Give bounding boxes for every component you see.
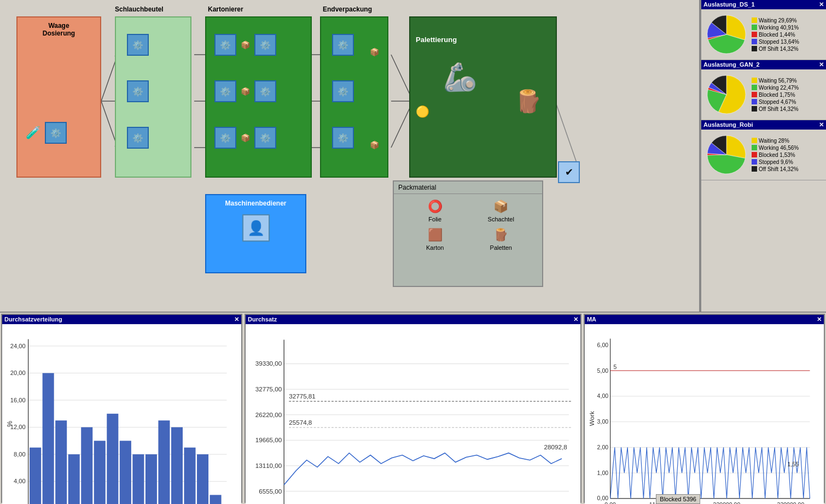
gan2-close-icon[interactable]: ✕ xyxy=(819,61,824,68)
robi-pie-svg xyxy=(705,133,748,177)
svg-text:24,00: 24,00 xyxy=(10,343,26,349)
kartonierer-area: ⚙️ 📦 ⚙️ ⚙️ 📦 ⚙️ ⚙️ 📦 ⚙️ xyxy=(205,16,312,178)
robi-legend-working: Working 46,56% xyxy=(752,145,799,151)
svg-rect-39 xyxy=(146,454,157,504)
svg-text:220000,00: 220000,00 xyxy=(713,501,741,504)
folie-label: Folie xyxy=(428,216,441,222)
durchsatz-body: 0,00 6555,00 13110,00 19665,00 26220,00 … xyxy=(246,324,580,504)
ds1-legend-stopped: Stopped 13,64% xyxy=(752,39,799,45)
robi-legend-offshift: Off Shift 14,32% xyxy=(752,166,799,172)
durchsatz-close-icon[interactable]: ✕ xyxy=(573,316,578,323)
durchsatzverteilung-body: % 0,00 4,00 8,00 12,00 16,00 20,00 24,00 xyxy=(2,324,241,504)
robot-arm-icon: 🦾 xyxy=(443,61,477,93)
durchsatzverteilung-titlebar: Durchsatzverteilung ✕ xyxy=(2,315,241,324)
ma-svg: Work 0,00 1,00 2,00 3,00 4,00 5,00 6,00 xyxy=(589,329,819,504)
kart-machine-2b: ⚙️ xyxy=(254,80,276,102)
end-machine-3: ⚙️ xyxy=(332,127,354,149)
svg-text:19665,00: 19665,00 xyxy=(255,436,282,443)
durchsatzverteilung-title: Durchsatzverteilung xyxy=(4,316,62,323)
durchsatzverteilung-svg: % 0,00 4,00 8,00 12,00 16,00 20,00 24,00 xyxy=(7,329,237,504)
auslastung-robi-panel: Auslastung_Robi ✕ Waiting 28% Working 46… xyxy=(701,120,826,180)
svg-text:28092,8: 28092,8 xyxy=(544,443,567,450)
waage-title: Waage Dosierung xyxy=(18,17,100,42)
durchsatz-title: Durchsatz xyxy=(248,316,277,323)
ma-body: Work 0,00 1,00 2,00 3,00 4,00 5,00 6,00 xyxy=(585,324,824,504)
right-panel: Auslastung_DS_1 ✕ Waiting 29,69% Working… xyxy=(700,0,826,312)
packmaterial-box: Packmaterial ⭕ Folie 📦 Schachtel 🟫 Karto… xyxy=(393,180,543,287)
durchsatz-window: Durchsatz ✕ 0,00 6555,00 13110,00 19665,… xyxy=(245,314,581,503)
bottom-charts-area: Durchsatzverteilung ✕ % 0,00 4,00 8,00 1… xyxy=(0,312,826,504)
paletten-label: Paletten xyxy=(490,244,512,251)
svg-rect-44 xyxy=(210,495,222,504)
blocked-badge: Blocked 5396 xyxy=(656,494,700,504)
kart-machine-3b: ⚙️ xyxy=(254,127,276,149)
kart-box-icon-3: 📦 xyxy=(241,133,250,142)
operator-icon: 👤 xyxy=(242,214,270,242)
ds1-legend-offshift: Off Shift 14,32% xyxy=(752,46,799,52)
svg-rect-35 xyxy=(94,441,106,504)
waage-dosierung-box: Waage Dosierung 🧪 ⚙️ xyxy=(16,16,101,178)
gan2-pie xyxy=(705,73,748,116)
svg-text:20,00: 20,00 xyxy=(10,370,26,376)
svg-rect-30 xyxy=(30,448,41,504)
svg-text:32775,00: 32775,00 xyxy=(255,385,282,392)
gan2-legend-working: Working 22,47% xyxy=(752,85,799,91)
gan2-legend: Waiting 56,79% Working 22,47% Blocked 1,… xyxy=(752,78,799,112)
svg-rect-40 xyxy=(158,420,170,504)
robi-pie xyxy=(705,133,748,177)
sch-machine-2: ⚙️ xyxy=(127,80,149,102)
kart-machine-1a: ⚙️ xyxy=(214,34,236,56)
kartonierer-label: Kartonierer xyxy=(208,5,243,13)
schlauchbeutel-area: ⚙️ ⚙️ ⚙️ xyxy=(115,16,191,178)
gan2-pie-svg xyxy=(705,73,748,116)
svg-text:8,00: 8,00 xyxy=(14,451,26,458)
ma-titlebar: MA ✕ xyxy=(585,315,824,324)
svg-text:1,55: 1,55 xyxy=(788,461,799,467)
ds1-title: Auslastung_DS_1 xyxy=(703,1,755,8)
gan2-legend-offshift: Off Shift 14,32% xyxy=(752,106,799,112)
gan2-legend-stopped: Stopped 4,67% xyxy=(752,99,799,105)
robi-legend: Waiting 28% Working 46,56% Blocked 1,53%… xyxy=(752,138,799,172)
kart-box-icon-1: 📦 xyxy=(241,40,250,49)
folie-icon: ⭕ xyxy=(428,200,443,214)
ds1-legend: Waiting 29,69% Working 40,91% Blocked 1,… xyxy=(752,17,799,52)
svg-rect-41 xyxy=(171,427,183,504)
svg-text:5: 5 xyxy=(613,364,616,370)
folie-item: ⭕ Folie xyxy=(405,200,466,222)
end-machine-1: ⚙️ xyxy=(332,34,354,56)
auslastung-ds1-panel: Auslastung_DS_1 ✕ Waiting 29,69% Working… xyxy=(701,0,826,60)
packmaterial-title: Packmaterial xyxy=(394,181,542,194)
robi-titlebar: Auslastung_Robi ✕ xyxy=(701,120,826,130)
ds1-close-icon[interactable]: ✕ xyxy=(819,1,824,8)
maschinenbediener-box: Maschinenbediener 👤 xyxy=(205,194,306,273)
svg-rect-32 xyxy=(55,420,67,504)
endverpackung-label: Endverpackung xyxy=(323,5,372,13)
durchsatzverteilung-close-icon[interactable]: ✕ xyxy=(234,316,239,323)
svg-text:2,00: 2,00 xyxy=(597,444,609,450)
durchsatz-titlebar: Durchsatz ✕ xyxy=(246,315,580,324)
waage-machine-icon: ⚙️ xyxy=(45,122,67,144)
svg-text:3,00: 3,00 xyxy=(597,418,609,425)
schlauchbeutel-label: Schlauchbeutel xyxy=(115,5,164,13)
ma-title: MA xyxy=(587,316,596,323)
ds1-legend-working: Working 40,91% xyxy=(752,25,799,31)
robi-legend-stopped: Stopped 9,6% xyxy=(752,159,799,165)
end-box-3: 📦 xyxy=(370,140,379,149)
svg-rect-36 xyxy=(107,414,118,504)
ma-close-icon[interactable]: ✕ xyxy=(817,316,822,323)
ds1-titlebar: Auslastung_DS_1 ✕ xyxy=(701,0,826,9)
svg-rect-43 xyxy=(197,454,208,504)
pallet-icon: 🪵 xyxy=(515,89,542,114)
gan2-legend-waiting: Waiting 56,79% xyxy=(752,78,799,84)
robi-close-icon[interactable]: ✕ xyxy=(819,121,824,128)
palettierung-label: Palettierung xyxy=(416,36,457,44)
paletten-icon: 🪵 xyxy=(493,228,508,242)
gan2-title: Auslastung_GAN_2 xyxy=(703,61,760,68)
robi-legend-waiting: Waiting 28% xyxy=(752,138,799,144)
svg-rect-31 xyxy=(43,373,54,504)
kart-machine-1b: ⚙️ xyxy=(254,34,276,56)
ds1-pie xyxy=(705,13,748,56)
svg-text:5,00: 5,00 xyxy=(597,367,609,374)
ma-window: MA ✕ Work 0,00 1,00 2,00 3,00 4,00 5,00 … xyxy=(584,314,825,503)
svg-text:16,00: 16,00 xyxy=(10,397,26,403)
